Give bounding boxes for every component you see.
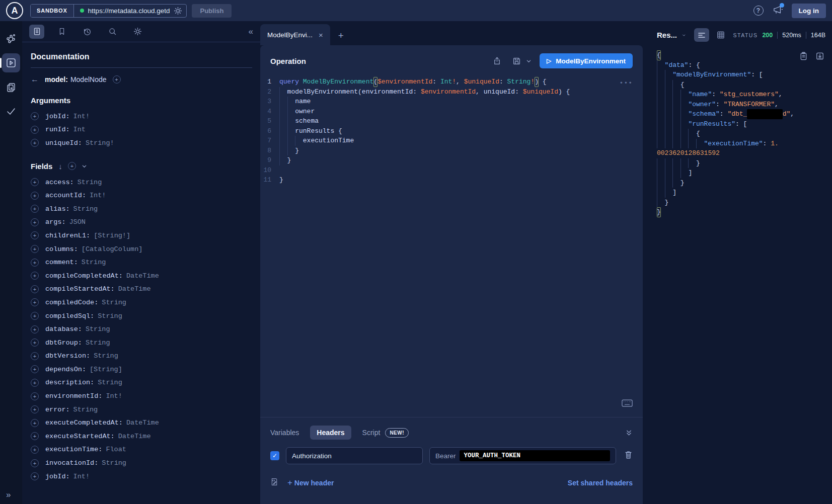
sort-fields-icon[interactable]: ↓ xyxy=(58,162,62,171)
field-type[interactable]: DateTime xyxy=(126,272,159,280)
share-operation-icon[interactable] xyxy=(493,56,501,65)
tab-variables[interactable]: Variables xyxy=(270,429,299,437)
field-row[interactable]: +args:JSON xyxy=(31,216,252,229)
add-to-query-button[interactable]: + xyxy=(31,178,39,186)
field-name[interactable]: executeStartedAt: xyxy=(45,433,115,440)
add-to-query-button[interactable]: + xyxy=(31,472,39,480)
field-type[interactable]: Int xyxy=(73,126,86,133)
breadcrumb-type[interactable]: ModelNode xyxy=(70,75,107,83)
add-to-query-button[interactable]: + xyxy=(31,432,39,440)
add-to-query-button[interactable]: + xyxy=(31,245,39,253)
field-name[interactable]: runId: xyxy=(45,126,70,133)
add-to-query-button[interactable]: + xyxy=(31,112,39,120)
field-row[interactable]: +executionTime:Float xyxy=(31,443,252,457)
field-name[interactable]: args: xyxy=(45,218,66,226)
add-to-query-button[interactable]: + xyxy=(31,405,39,413)
sidebar-item-schema[interactable] xyxy=(2,29,20,48)
field-type[interactable]: String xyxy=(102,459,126,467)
copy-response-icon[interactable] xyxy=(800,52,807,60)
sidebar-item-collections[interactable] xyxy=(2,77,20,97)
field-row[interactable]: +access:String xyxy=(31,176,252,189)
field-type[interactable]: String xyxy=(86,339,110,347)
field-name[interactable]: accountId: xyxy=(45,192,86,199)
close-tab-icon[interactable]: × xyxy=(319,31,323,39)
field-name[interactable]: dbtVersion: xyxy=(45,352,90,360)
field-row[interactable]: +childrenL1:[String!] xyxy=(31,229,252,242)
back-arrow-icon[interactable]: ← xyxy=(31,75,39,84)
field-row[interactable]: +dependsOn:[String] xyxy=(31,363,252,376)
field-type[interactable]: String xyxy=(98,379,122,386)
field-name[interactable]: environmentId: xyxy=(45,392,102,400)
announcements-megaphone-icon[interactable] xyxy=(773,5,783,16)
add-to-query-button[interactable]: + xyxy=(31,459,39,467)
field-name[interactable]: jobId: xyxy=(45,113,70,120)
sidebar-item-explorer[interactable] xyxy=(2,53,20,72)
add-to-query-button[interactable]: + xyxy=(31,218,39,226)
bookmarks-icon[interactable] xyxy=(54,25,69,39)
add-to-query-button[interactable]: + xyxy=(31,379,39,387)
field-name[interactable]: compileCompletedAt: xyxy=(45,272,123,280)
field-type[interactable]: DateTime xyxy=(118,433,151,440)
apollo-logo[interactable]: A xyxy=(6,2,23,19)
field-type[interactable]: [String] xyxy=(90,366,122,373)
add-to-query-button[interactable]: + xyxy=(31,312,39,320)
field-row[interactable]: +accountId:Int! xyxy=(31,189,252,202)
response-title[interactable]: Res... xyxy=(657,31,677,39)
add-to-query-button[interactable]: + xyxy=(31,205,39,213)
field-type[interactable]: DateTime xyxy=(118,285,151,293)
operation-tab[interactable]: ModelByEnvi... × xyxy=(260,24,330,45)
field-row[interactable]: +database:String xyxy=(31,322,252,336)
add-to-query-button[interactable]: + xyxy=(31,325,39,333)
field-name[interactable]: dependsOn: xyxy=(45,366,86,373)
endpoint-input[interactable]: https://metadata.cloud.getd xyxy=(74,7,187,15)
field-type[interactable]: String xyxy=(102,299,126,306)
endpoint-settings-gear-icon[interactable] xyxy=(174,7,182,15)
query-editor[interactable]: 1query ModelByEnvironment($environmentId… xyxy=(260,72,643,417)
sidebar-item-checks[interactable] xyxy=(2,102,20,121)
field-row[interactable]: +jobId:Int! xyxy=(31,470,252,483)
field-name[interactable]: columns: xyxy=(45,245,78,253)
field-row[interactable]: +compileCompletedAt:DateTime xyxy=(31,269,252,283)
tab-headers[interactable]: Headers xyxy=(310,426,351,440)
add-to-query-button[interactable]: + xyxy=(31,339,39,347)
field-name[interactable]: uniqueId: xyxy=(45,139,82,147)
formatted-view-icon[interactable] xyxy=(694,28,709,42)
expand-rail-icon[interactable]: » xyxy=(0,490,11,500)
settings-gear-icon[interactable] xyxy=(130,25,145,39)
field-row[interactable]: +compileStartedAt:DateTime xyxy=(31,283,252,296)
add-all-fields-button[interactable]: + xyxy=(68,162,76,170)
add-to-query-button[interactable]: + xyxy=(31,365,39,373)
header-value-input[interactable]: Bearer YOUR_AUTH_TOKEN xyxy=(429,447,616,464)
add-to-query-button[interactable]: + xyxy=(31,139,39,147)
field-type[interactable]: Int! xyxy=(106,392,122,400)
argument-row[interactable]: +uniqueId:String! xyxy=(31,136,252,150)
add-to-query-button[interactable]: + xyxy=(31,192,39,200)
field-row[interactable]: +dbtVersion:String xyxy=(31,350,252,363)
add-to-query-button[interactable]: + xyxy=(31,231,39,239)
argument-row[interactable]: +runId:Int xyxy=(31,123,252,137)
field-name[interactable]: access: xyxy=(45,179,74,186)
collapse-panel-double-chevron-icon[interactable] xyxy=(625,429,633,437)
add-to-query-button[interactable]: + xyxy=(31,298,39,306)
search-icon[interactable] xyxy=(105,25,120,39)
field-type[interactable]: String xyxy=(98,312,122,320)
field-name[interactable]: executeCompletedAt: xyxy=(45,419,123,427)
field-name[interactable]: compiledSql: xyxy=(45,312,94,320)
field-name[interactable]: description: xyxy=(45,379,94,386)
field-row[interactable]: +dbtGroup:String xyxy=(31,336,252,350)
field-row[interactable]: +invocationId:String xyxy=(31,456,252,470)
new-tab-button[interactable]: + xyxy=(338,30,344,41)
publish-button[interactable]: Publish xyxy=(192,4,232,18)
field-name[interactable]: compileStartedAt: xyxy=(45,285,115,293)
field-row[interactable]: +description:String xyxy=(31,376,252,390)
field-row[interactable]: +executeStartedAt:DateTime xyxy=(31,430,252,443)
delete-header-icon[interactable] xyxy=(624,450,633,461)
chevron-down-icon[interactable] xyxy=(82,163,87,169)
add-to-query-button[interactable]: + xyxy=(31,419,39,427)
auth-token-value[interactable]: YOUR_AUTH_TOKEN xyxy=(460,450,610,461)
field-type[interactable]: Int! xyxy=(73,113,90,120)
header-key-input[interactable]: Authorization xyxy=(286,447,423,464)
argument-row[interactable]: +jobId:Int! xyxy=(31,110,252,123)
collapse-panel-icon[interactable]: « xyxy=(249,27,253,37)
header-enabled-checkbox[interactable]: ✓ xyxy=(270,451,279,460)
